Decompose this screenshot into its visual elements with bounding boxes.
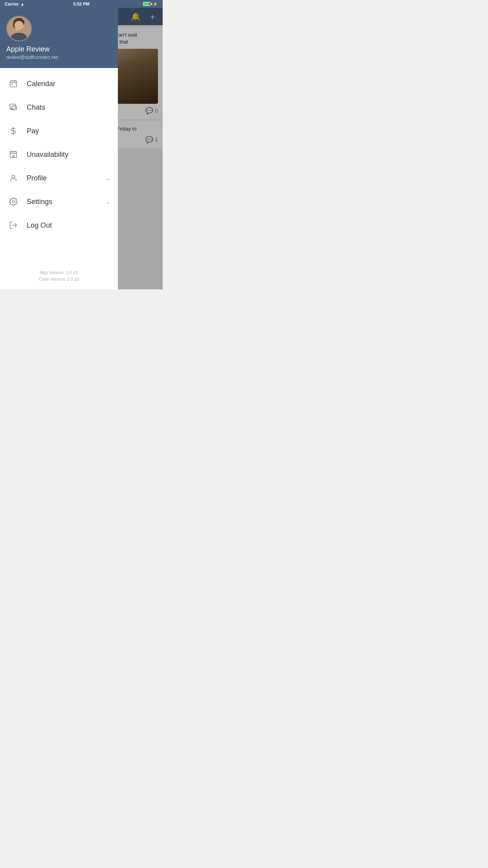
user-name: Apple Review [6,45,112,53]
settings-icon [8,196,19,207]
avatar-image [7,17,31,40]
version-info: App Version: 1.0.10 Code Version: 2.0.10 [0,263,118,289]
pay-icon [8,125,19,136]
unavailability-label: Unavailability [27,151,110,159]
battery-icon [143,2,151,6]
svg-point-6 [15,27,18,31]
nav-item-pay[interactable]: Pay [0,119,118,143]
svg-rect-11 [11,84,13,85]
app-container: 🔔 ＋ ffice today! Can't waitng campaign t… [0,8,163,289]
drawer: Apple Review review@staffconnect.net Cal… [0,8,118,289]
calendar-icon [8,78,19,89]
nav-item-logout[interactable]: Log Out [0,213,118,237]
nav-item-calendar[interactable]: Calendar [0,72,118,96]
status-time: 5:52 PM [73,2,90,6]
logout-label: Log Out [27,221,110,230]
profile-label: Profile [27,174,97,182]
wifi-icon: ▲ [20,2,24,6]
settings-chevron: ⌄ [105,199,110,205]
svg-rect-16 [10,152,17,158]
nav-list: Calendar Chats [0,68,118,263]
unavailability-icon [8,149,19,160]
nav-item-settings[interactable]: Settings ⌄ [0,190,118,213]
drawer-header: Apple Review review@staffconnect.net [0,8,118,68]
pay-label: Pay [27,127,110,135]
svg-point-22 [12,175,15,178]
profile-chevron: ⌄ [105,175,110,181]
svg-rect-7 [10,81,17,87]
chats-icon [8,102,19,113]
nav-item-chats[interactable]: Chats [0,96,118,119]
profile-icon [8,173,19,184]
settings-label: Settings [27,198,97,206]
code-version: Code Version: 2.0.10 [6,276,112,283]
chats-label: Chats [27,103,110,112]
svg-point-23 [12,200,15,203]
status-left: Carrier ▲ [5,2,24,6]
logout-icon [8,220,19,231]
carrier-label: Carrier [5,2,19,6]
user-email: review@staffconnect.net [6,55,112,60]
calendar-label: Calendar [27,80,110,88]
status-right: ⚡ [143,2,158,7]
status-bar: Carrier ▲ 5:52 PM ⚡ [0,0,163,8]
nav-item-unavailability[interactable]: Unavailability [0,143,118,166]
app-version: App Version: 1.0.10 [6,269,112,276]
nav-item-profile[interactable]: Profile ⌄ [0,166,118,190]
charging-icon: ⚡ [152,2,158,7]
avatar [6,16,32,41]
